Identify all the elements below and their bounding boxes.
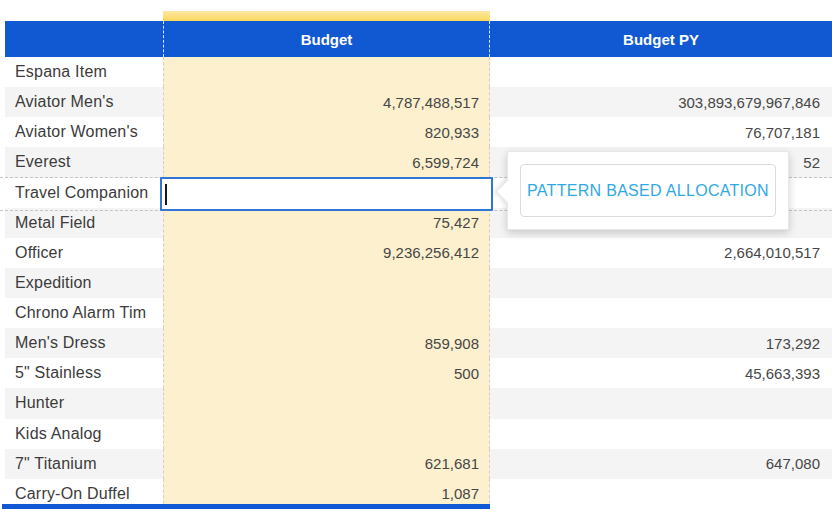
row-label: Officer — [0, 238, 163, 268]
planning-grid: Budget Budget PY Espana ItemAviator Men'… — [0, 0, 832, 509]
row-label: 7" Titanium — [0, 449, 163, 479]
row-label: Kids Analog — [0, 419, 163, 449]
budget-py-cell[interactable]: 2,664,010,517 — [490, 238, 832, 268]
grid-header-row: Budget Budget PY — [0, 21, 832, 57]
table-row: Chrono Alarm Tim — [0, 298, 832, 328]
tooltip-label[interactable]: PATTERN BASED ALLOCATION — [520, 164, 776, 217]
table-row: 5" Stainless50045,663,393 — [0, 358, 832, 388]
budget-py-cell[interactable] — [490, 57, 832, 87]
table-row: Men's Dress859,908173,292 — [0, 328, 832, 358]
budget-cell[interactable]: 621,681 — [163, 449, 490, 479]
budget-cell[interactable] — [163, 57, 490, 87]
budget-cell[interactable]: 500 — [163, 358, 490, 388]
table-row: Hunter — [0, 388, 832, 418]
table-row: Espana Item — [0, 57, 832, 87]
header-budget-py-column[interactable]: Budget PY — [490, 21, 832, 57]
budget-cell[interactable]: 75,427 — [163, 208, 490, 238]
budget-cell[interactable] — [163, 298, 490, 328]
budget-cell[interactable] — [163, 419, 490, 449]
budget-py-cell[interactable] — [490, 298, 832, 328]
table-row: Aviator Men's4,787,488,517303,893,679,96… — [0, 87, 832, 117]
budget-cell[interactable]: 4,787,488,517 — [163, 87, 490, 117]
row-label: Expedition — [0, 268, 163, 298]
table-row: 7" Titanium621,681647,080 — [0, 449, 832, 479]
budget-py-cell[interactable] — [490, 419, 832, 449]
row-label: Aviator Men's — [0, 87, 163, 117]
row-label: Everest — [0, 147, 163, 177]
table-row: Aviator Women's820,93376,707,181 — [0, 117, 832, 147]
row-label: Espana Item — [0, 57, 163, 87]
budget-py-cell[interactable]: 303,893,679,967,846 — [490, 87, 832, 117]
budget-py-cell[interactable]: 173,292 — [490, 328, 832, 358]
budget-cell[interactable] — [163, 268, 490, 298]
budget-py-cell[interactable]: 45,663,393 — [490, 358, 832, 388]
bottom-scroll-bar[interactable] — [2, 504, 490, 509]
text-caret — [165, 184, 167, 205]
row-label: Men's Dress — [0, 328, 163, 358]
row-label: Hunter — [0, 388, 163, 418]
budget-cell[interactable] — [163, 388, 490, 418]
row-label: Aviator Women's — [0, 117, 163, 147]
budget-cell[interactable]: 6,599,724 — [163, 147, 490, 177]
allocation-tooltip: PATTERN BASED ALLOCATION — [507, 151, 789, 230]
row-label: Travel Companion — [0, 178, 163, 208]
budget-py-cell[interactable] — [490, 479, 832, 509]
cell-edit-input[interactable] — [160, 177, 493, 211]
grid-body: Espana ItemAviator Men's4,787,488,517303… — [0, 57, 832, 509]
table-row: Kids Analog — [0, 419, 832, 449]
header-budget-column[interactable]: Budget — [163, 21, 490, 57]
table-row: Expedition — [0, 268, 832, 298]
selected-column-marker — [163, 11, 490, 21]
budget-cell[interactable]: 820,933 — [163, 117, 490, 147]
budget-py-cell[interactable]: 647,080 — [490, 449, 832, 479]
budget-py-cell[interactable] — [490, 388, 832, 418]
row-label: 5" Stainless — [0, 358, 163, 388]
budget-cell[interactable]: 859,908 — [163, 328, 490, 358]
row-label: Metal Field — [0, 208, 163, 238]
table-row: Officer9,236,256,4122,664,010,517 — [0, 238, 832, 268]
grid-top-strip — [0, 0, 832, 21]
budget-py-cell[interactable] — [490, 268, 832, 298]
header-row-labels[interactable] — [0, 21, 163, 57]
budget-py-cell[interactable]: 76,707,181 — [490, 117, 832, 147]
budget-cell[interactable]: 9,236,256,412 — [163, 238, 490, 268]
row-label: Chrono Alarm Tim — [0, 298, 163, 328]
